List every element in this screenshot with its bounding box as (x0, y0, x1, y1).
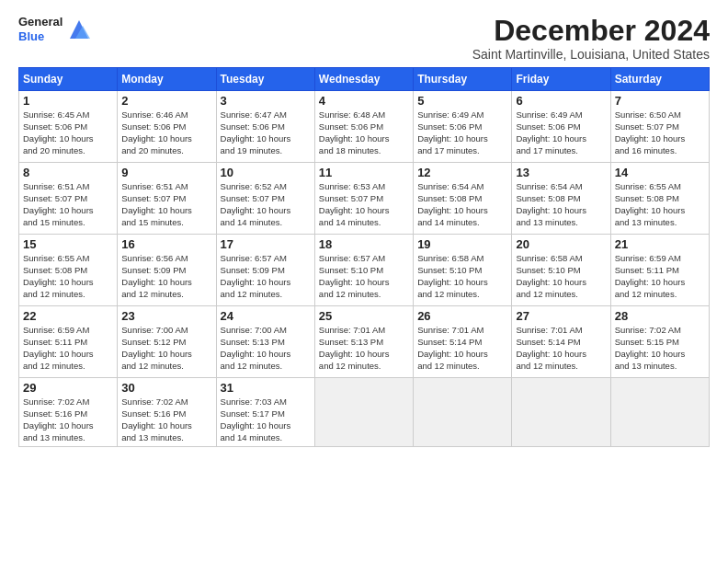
weekday-row: Sunday Monday Tuesday Wednesday Thursday… (19, 68, 710, 91)
day-info: Sunrise: 6:56 AM Sunset: 5:09 PM Dayligh… (121, 253, 211, 300)
day-number: 9 (121, 166, 211, 179)
day-number: 12 (417, 166, 507, 179)
day-number: 6 (516, 94, 606, 108)
col-thursday: Thursday (414, 68, 512, 91)
day-info: Sunrise: 6:48 AM Sunset: 5:06 PM Dayligh… (319, 109, 409, 156)
day-number: 20 (516, 237, 606, 251)
table-row: 18Sunrise: 6:57 AM Sunset: 5:10 PM Dayli… (314, 235, 413, 306)
day-info: Sunrise: 6:52 AM Sunset: 5:07 PM Dayligh… (221, 181, 311, 228)
table-row: 20Sunrise: 6:58 AM Sunset: 5:10 PM Dayli… (512, 235, 610, 306)
table-row: 23Sunrise: 7:00 AM Sunset: 5:12 PM Dayli… (118, 306, 216, 378)
day-info: Sunrise: 6:59 AM Sunset: 5:11 PM Dayligh… (23, 325, 113, 372)
day-number: 14 (615, 166, 705, 179)
day-number: 28 (615, 309, 705, 323)
day-number: 18 (319, 237, 409, 251)
day-info: Sunrise: 6:58 AM Sunset: 5:10 PM Dayligh… (417, 253, 507, 300)
day-number: 22 (23, 309, 113, 323)
title-block: December 2024 Saint Martinville, Louisia… (472, 15, 710, 62)
table-row: 12Sunrise: 6:54 AM Sunset: 5:08 PM Dayli… (414, 163, 512, 235)
col-monday: Monday (118, 68, 216, 91)
day-info: Sunrise: 7:00 AM Sunset: 5:12 PM Dayligh… (121, 325, 211, 372)
header: General Blue December 2024 Saint Martinv… (18, 15, 710, 62)
table-row: 24Sunrise: 7:00 AM Sunset: 5:13 PM Dayli… (216, 306, 314, 378)
table-row: 22Sunrise: 6:59 AM Sunset: 5:11 PM Dayli… (19, 306, 118, 378)
day-number: 5 (417, 94, 507, 108)
day-number: 8 (23, 166, 113, 179)
day-info: Sunrise: 6:57 AM Sunset: 5:09 PM Dayligh… (221, 253, 311, 300)
day-number: 7 (615, 94, 705, 108)
logo-general-text: General (18, 15, 63, 29)
day-number: 17 (221, 237, 311, 251)
table-row: 1Sunrise: 6:45 AM Sunset: 5:06 PM Daylig… (19, 91, 118, 163)
table-row: 5Sunrise: 6:49 AM Sunset: 5:06 PM Daylig… (414, 91, 512, 163)
table-row: 13Sunrise: 6:54 AM Sunset: 5:08 PM Dayli… (512, 163, 610, 235)
col-sunday: Sunday (19, 68, 118, 91)
day-info: Sunrise: 6:51 AM Sunset: 5:07 PM Dayligh… (121, 181, 211, 228)
logo: General Blue (18, 15, 92, 43)
day-info: Sunrise: 7:02 AM Sunset: 5:16 PM Dayligh… (23, 396, 113, 443)
day-info: Sunrise: 6:55 AM Sunset: 5:08 PM Dayligh… (23, 253, 113, 300)
day-number: 1 (23, 94, 113, 108)
table-row: 8Sunrise: 6:51 AM Sunset: 5:07 PM Daylig… (19, 163, 118, 235)
table-row (512, 378, 610, 447)
day-number: 21 (615, 237, 705, 251)
col-tuesday: Tuesday (216, 68, 314, 91)
day-number: 2 (121, 94, 211, 108)
col-wednesday: Wednesday (314, 68, 413, 91)
calendar: Sunday Monday Tuesday Wednesday Thursday… (18, 67, 710, 447)
table-row: 21Sunrise: 6:59 AM Sunset: 5:11 PM Dayli… (610, 235, 709, 306)
table-row: 27Sunrise: 7:01 AM Sunset: 5:14 PM Dayli… (512, 306, 610, 378)
table-row: 19Sunrise: 6:58 AM Sunset: 5:10 PM Dayli… (414, 235, 512, 306)
day-info: Sunrise: 6:55 AM Sunset: 5:08 PM Dayligh… (615, 181, 705, 228)
day-info: Sunrise: 7:01 AM Sunset: 5:14 PM Dayligh… (516, 325, 606, 372)
calendar-header: Sunday Monday Tuesday Wednesday Thursday… (19, 68, 710, 91)
day-number: 4 (319, 94, 409, 108)
location: Saint Martinville, Louisiana, United Sta… (472, 47, 710, 62)
table-row (414, 378, 512, 447)
day-info: Sunrise: 7:02 AM Sunset: 5:16 PM Dayligh… (121, 396, 211, 443)
table-row: 2Sunrise: 6:46 AM Sunset: 5:06 PM Daylig… (118, 91, 216, 163)
table-row: 4Sunrise: 6:48 AM Sunset: 5:06 PM Daylig… (314, 91, 413, 163)
day-number: 23 (121, 309, 211, 323)
col-friday: Friday (512, 68, 610, 91)
day-info: Sunrise: 7:02 AM Sunset: 5:15 PM Dayligh… (615, 325, 705, 372)
day-info: Sunrise: 6:54 AM Sunset: 5:08 PM Dayligh… (417, 181, 507, 228)
day-info: Sunrise: 6:50 AM Sunset: 5:07 PM Dayligh… (615, 109, 705, 156)
day-info: Sunrise: 6:49 AM Sunset: 5:06 PM Dayligh… (516, 109, 606, 156)
calendar-body: 1Sunrise: 6:45 AM Sunset: 5:06 PM Daylig… (19, 91, 710, 447)
table-row: 31Sunrise: 7:03 AM Sunset: 5:17 PM Dayli… (216, 378, 314, 447)
month-title: December 2024 (472, 15, 710, 47)
day-number: 25 (319, 309, 409, 323)
table-row: 14Sunrise: 6:55 AM Sunset: 5:08 PM Dayli… (610, 163, 709, 235)
day-info: Sunrise: 6:51 AM Sunset: 5:07 PM Dayligh… (23, 181, 113, 228)
day-number: 19 (417, 237, 507, 251)
logo-blue-text: Blue (18, 29, 63, 44)
logo-icon (66, 17, 92, 42)
table-row: 6Sunrise: 6:49 AM Sunset: 5:06 PM Daylig… (512, 91, 610, 163)
day-number: 27 (516, 309, 606, 323)
day-number: 29 (23, 381, 113, 395)
day-number: 26 (417, 309, 507, 323)
table-row (314, 378, 413, 447)
day-info: Sunrise: 6:57 AM Sunset: 5:10 PM Dayligh… (319, 253, 409, 300)
day-info: Sunrise: 7:03 AM Sunset: 5:17 PM Dayligh… (221, 396, 311, 443)
table-row: 10Sunrise: 6:52 AM Sunset: 5:07 PM Dayli… (216, 163, 314, 235)
table-row: 25Sunrise: 7:01 AM Sunset: 5:13 PM Dayli… (314, 306, 413, 378)
table-row: 3Sunrise: 6:47 AM Sunset: 5:06 PM Daylig… (216, 91, 314, 163)
day-number: 15 (23, 237, 113, 251)
table-row: 26Sunrise: 7:01 AM Sunset: 5:14 PM Dayli… (414, 306, 512, 378)
day-info: Sunrise: 6:47 AM Sunset: 5:06 PM Dayligh… (221, 109, 311, 156)
page-container: General Blue December 2024 Saint Martinv… (0, 0, 728, 456)
day-number: 16 (121, 237, 211, 251)
day-number: 13 (516, 166, 606, 179)
day-number: 24 (221, 309, 311, 323)
day-number: 11 (319, 166, 409, 179)
table-row: 17Sunrise: 6:57 AM Sunset: 5:09 PM Dayli… (216, 235, 314, 306)
day-info: Sunrise: 6:49 AM Sunset: 5:06 PM Dayligh… (417, 109, 507, 156)
table-row: 30Sunrise: 7:02 AM Sunset: 5:16 PM Dayli… (118, 378, 216, 447)
day-info: Sunrise: 7:00 AM Sunset: 5:13 PM Dayligh… (221, 325, 311, 372)
col-saturday: Saturday (610, 68, 709, 91)
table-row: 11Sunrise: 6:53 AM Sunset: 5:07 PM Dayli… (314, 163, 413, 235)
day-info: Sunrise: 6:45 AM Sunset: 5:06 PM Dayligh… (23, 109, 113, 156)
day-info: Sunrise: 7:01 AM Sunset: 5:13 PM Dayligh… (319, 325, 409, 372)
